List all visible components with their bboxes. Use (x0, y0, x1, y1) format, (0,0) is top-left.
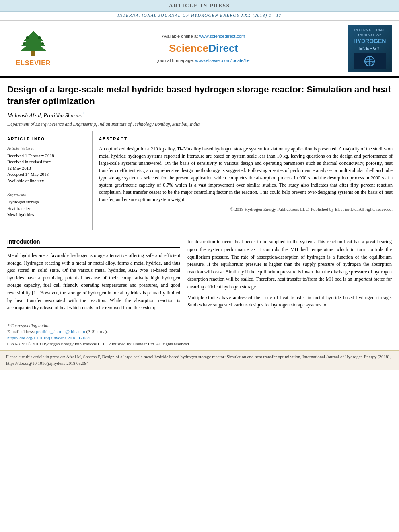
two-column-layout: Introduction Metal hydrides are a favora… (7, 238, 392, 314)
main-content: Introduction Metal hydrides are a favora… (0, 230, 399, 318)
abstract-text: An optimized design for a 210 kg alloy, … (99, 145, 393, 203)
footnote-copyright: 0360-3199/© 2018 Hydrogen Energy Publica… (7, 341, 392, 347)
sd-direct-text: Direct (208, 42, 238, 54)
center-header: Available online at www.sciencedirect.co… (64, 25, 343, 72)
left-column: Introduction Metal hydrides are a favora… (7, 238, 180, 314)
email-link[interactable]: pratibha_sharma@iitb.ac.in (36, 329, 85, 334)
keyword-3: Metal hydrides (7, 212, 86, 218)
footer-citation: Please cite this article in press as: Af… (0, 350, 399, 370)
intro-left-para-1: Metal hydrides are a favorable hydrogen … (7, 252, 180, 312)
article-keywords-section: Keywords: Hydrogen storage Heat transfer… (7, 191, 86, 221)
journal-header-bar: INTERNATIONAL JOURNAL OF HYDROGEN ENERGY… (0, 12, 399, 21)
article-affiliation: Department of Energy Science and Enginee… (7, 121, 392, 127)
hydrogen-journal-cover: INTERNATIONAL JOURNAL OF HYDROGEN ENERGY (348, 25, 392, 72)
article-in-press-label: ARTICLE IN PRESS (169, 2, 230, 8)
citation-text: Please cite this article in press as: Af… (6, 354, 391, 365)
svg-point-7 (41, 42, 44, 45)
journal-url-link[interactable]: www.elsevier.com/locate/he (195, 58, 250, 63)
abstract-copyright: © 2018 Hydrogen Energy Publications LLC.… (99, 206, 393, 212)
svg-point-5 (38, 36, 41, 39)
article-title-section: Design of a large-scale metal hydride ba… (0, 78, 399, 131)
keywords-label: Keywords: (7, 191, 86, 197)
hj-intl-text: INTERNATIONAL (354, 28, 385, 32)
elsevier-logo-area: ELSEVIER (7, 25, 60, 72)
top-header: ELSEVIER Available online at www.science… (0, 21, 399, 78)
elsevier-tree-icon (15, 29, 51, 57)
footnote-section: * Corresponding author. E-mail address: … (0, 319, 399, 351)
article-authors: Mahvash Afzal, Pratibha Sharma* (7, 111, 392, 119)
hj-journal-text: JOURNAL OF (358, 33, 382, 37)
history-label: Article history: (7, 145, 86, 151)
article-body: ARTICLE INFO Article history: Received 1… (0, 131, 399, 230)
elsevier-text: ELSEVIER (16, 59, 51, 68)
intro-right-para-2: Multiple studies have addressed the issu… (187, 294, 392, 309)
history-online: Available online xxx (7, 178, 86, 184)
history-accepted: Accepted 14 May 2018 (7, 171, 86, 177)
article-in-press-bar: ARTICLE IN PRESS (0, 0, 399, 12)
hj-hydrogen-text: HYDROGEN (354, 38, 386, 44)
svg-rect-0 (31, 51, 35, 56)
abstract-heading: ABSTRACT (99, 136, 393, 142)
hj-energy-text: ENERGY (359, 45, 380, 51)
email-line: E-mail address: pratibha_sharma@iitb.ac.… (7, 329, 392, 335)
right-column: for desorption to occur heat needs to be… (187, 238, 392, 314)
article-info-heading: ARTICLE INFO (7, 136, 86, 142)
abstract-column: ABSTRACT An optimized design for a 210 k… (93, 131, 399, 230)
sd-science-text: Science (169, 42, 208, 54)
article-title: Design of a large-scale metal hydride ba… (7, 84, 392, 107)
history-revised-label: Received in revised form (7, 159, 86, 165)
available-online-text: Available online at www.sciencedirect.co… (162, 33, 245, 39)
corresponding-note: * Corresponding author. (7, 322, 392, 329)
sciencedirect-url[interactable]: www.sciencedirect.com (199, 34, 245, 39)
journal-homepage: journal homepage: www.elsevier.com/locat… (157, 58, 249, 64)
sciencedirect-logo: ScienceDirect (169, 41, 238, 55)
hj-cover-image-icon (354, 53, 386, 69)
keyword-2: Heat transfer (7, 205, 86, 212)
introduction-heading: Introduction (7, 238, 180, 248)
svg-point-4 (26, 36, 29, 39)
journal-header-text: INTERNATIONAL JOURNAL OF HYDROGEN ENERGY… (117, 13, 282, 18)
doi-line: https://doi.org/10.1016/j.ijhydene.2018.… (7, 335, 392, 341)
article-history-section: Article history: Received 1 February 201… (7, 145, 86, 187)
svg-point-6 (23, 42, 25, 45)
article-info-column: ARTICLE INFO Article history: Received 1… (0, 131, 93, 230)
history-revised-date: 12 May 2018 (7, 165, 86, 171)
doi-link[interactable]: https://doi.org/10.1016/j.ijhydene.2018.… (7, 335, 90, 340)
history-received: Received 1 February 2018 (7, 153, 86, 159)
intro-right-para-1: for desorption to occur heat needs to be… (187, 238, 392, 290)
keyword-1: Hydrogen storage (7, 199, 86, 205)
